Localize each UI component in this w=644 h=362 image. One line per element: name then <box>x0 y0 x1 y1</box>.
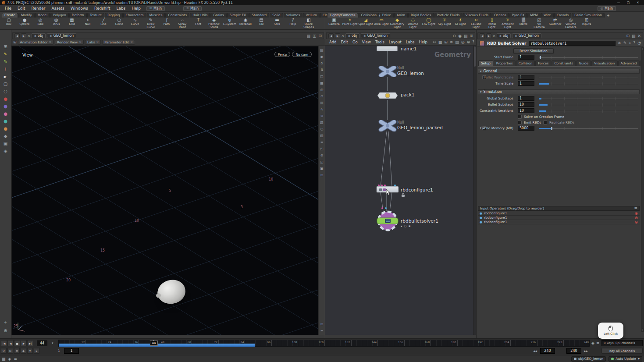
home-icon[interactable]: ⌂ <box>493 34 495 38</box>
playbar-icon[interactable]: ◈ <box>591 341 594 345</box>
shelf-tool[interactable]: ◢ Spot Light <box>358 18 374 30</box>
path-chip[interactable]: ◈GEO_lemon <box>361 33 390 38</box>
toolbar-icon[interactable]: ✎ <box>0 58 11 65</box>
pathbar-icon[interactable]: ▤ <box>306 34 310 38</box>
transport-button[interactable]: ▶ <box>21 340 27 346</box>
shelf-tool[interactable]: ≈ Caustic Light <box>468 18 484 30</box>
viewport-tool-icon[interactable]: ▤ <box>319 47 325 53</box>
viewport-tool-icon[interactable]: ▨ <box>319 133 325 138</box>
shelf-tool[interactable]: ▒ Matte <box>516 18 531 30</box>
playbar-menu-icon[interactable]: ▾ <box>52 341 53 345</box>
viewport-canvas[interactable]: 252015105510 View Persp No cam <box>11 46 318 335</box>
shelf-tab[interactable]: Solid <box>270 13 283 18</box>
shelf-tab[interactable]: Texture <box>87 13 104 18</box>
shelf-tab[interactable]: Grain Simulation <box>572 13 605 18</box>
shelf-tab[interactable]: Model <box>35 13 50 18</box>
shelf-tab[interactable]: Vellum <box>303 13 319 18</box>
close-tab-icon[interactable]: × <box>79 40 82 44</box>
shelf-tool[interactable]: ▭ Area Light <box>374 18 389 30</box>
shelf-tool[interactable]: ◆ Geometry Light <box>389 18 405 30</box>
close-tab-icon[interactable]: × <box>96 40 99 44</box>
shelf-tab[interactable]: Create <box>2 13 18 18</box>
node-geo-lemon[interactable] <box>378 66 397 77</box>
toolbar-icon[interactable]: + <box>0 65 11 72</box>
shelf-tool[interactable]: ▣ Camera <box>326 18 342 30</box>
node-input-pin[interactable] <box>378 185 380 186</box>
toolbar-icon[interactable]: ● <box>0 103 11 110</box>
node-input-pin[interactable] <box>394 185 396 186</box>
reset-simulation-button[interactable]: Reset Simulation <box>513 48 554 54</box>
range-end-field[interactable]: 240 <box>540 348 555 354</box>
toolbar-icon[interactable]: ● <box>0 95 11 102</box>
node-name1[interactable] <box>377 46 398 51</box>
playbar-option-icon[interactable]: ↺ <box>1 348 7 354</box>
shelf-tool[interactable]: ψ L-System <box>222 18 238 30</box>
toolbar-icon[interactable]: ● <box>0 110 11 117</box>
transport-button[interactable]: ◀ <box>7 340 14 346</box>
shelf-tab[interactable]: Anim <box>394 13 408 18</box>
shelf-tab[interactable]: Collisions <box>359 13 379 18</box>
shelf-tool[interactable]: ○ Circle <box>111 18 127 30</box>
shelf-tab[interactable]: Polygon <box>50 13 68 18</box>
range-left-arrows[interactable]: ◀◀ <box>533 349 537 352</box>
viewport-tool-icon[interactable]: ▣ <box>319 166 325 171</box>
shelf-tab[interactable]: Hair Utils <box>190 13 210 18</box>
viewport-tool-icon[interactable]: ▢ <box>319 74 325 79</box>
persp-view-button[interactable]: Persp <box>274 52 291 57</box>
current-frame-field[interactable]: 44 <box>37 341 47 346</box>
param-tab[interactable]: Advanced <box>618 60 640 66</box>
toolbar-icon[interactable]: ✎ <box>0 50 11 57</box>
viewport-tool-icon[interactable]: ∿ <box>319 106 325 112</box>
section-simulation[interactable]: ▾ Simulation <box>478 89 640 94</box>
viewport-tool-icon[interactable]: ◰ <box>319 146 325 152</box>
path-chip[interactable]: ◈obj <box>345 33 360 38</box>
emit-rbds-checkbox[interactable] <box>518 121 522 124</box>
param-header-icon[interactable]: ◔ <box>637 41 641 46</box>
param-header-icon[interactable]: ✎ <box>623 41 627 46</box>
current-node-path-chip[interactable]: obj/GEO_lemon <box>571 356 606 362</box>
shelf-tool[interactable]: ▤ Tile <box>253 18 269 30</box>
home-icon[interactable]: ⌂ <box>28 34 30 38</box>
network-menu-item[interactable]: Layout <box>387 40 404 44</box>
path-chip[interactable]: ◈obj <box>497 33 511 38</box>
home-icon[interactable]: ⌂ <box>342 34 344 38</box>
back-button[interactable]: ◀ <box>480 33 485 38</box>
transport-button[interactable]: ■ <box>14 340 20 346</box>
back-button[interactable]: ◀ <box>14 33 20 38</box>
network-scrollbar[interactable] <box>473 46 476 335</box>
shelf-tool[interactable]: ☼ Sky Light <box>437 18 452 30</box>
shelf-tool[interactable]: ◎ Tube <box>32 18 48 30</box>
replicate-rbds-checkbox[interactable] <box>543 121 547 124</box>
shelf-tool[interactable]: ☀ GI Light <box>452 18 468 30</box>
desktop-selector-right[interactable]: ◎ Main <box>598 6 616 11</box>
shelf-tool[interactable]: ◰ VR Camera <box>531 18 547 30</box>
toolbar-icon[interactable]: ▣ <box>0 140 11 147</box>
shelf-tool[interactable]: ☀ Point Light <box>342 18 358 30</box>
statusbar-icon[interactable]: ◈ <box>8 357 11 361</box>
network-toolbar-icon[interactable]: ▤ <box>455 40 459 44</box>
pane-tab[interactable]: Parameter Edit× <box>102 40 135 45</box>
pathbar-icon[interactable]: ⊙ <box>453 34 456 38</box>
network-toolbar-icon[interactable]: ◎ <box>461 40 465 44</box>
section-general[interactable]: ▾ General <box>478 69 640 74</box>
update-mode-selector[interactable]: Auto Update ▾ <box>608 356 642 362</box>
param-tab[interactable]: Guide <box>576 60 591 66</box>
node-input-pin[interactable] <box>384 185 386 186</box>
remove-operator-icon[interactable]: ⊗ <box>634 220 638 224</box>
shelf-tool[interactable]: ⊞ Inputs <box>579 18 594 30</box>
pathbar-icon[interactable]: ▤ <box>464 34 468 38</box>
maximize-button[interactable]: ▢ <box>624 1 632 4</box>
playbar-icon[interactable]: ≡ <box>596 341 600 345</box>
bullet-substeps-field[interactable]: 10 <box>518 102 534 107</box>
input-operator-row[interactable]: ● rbdconfigure1 ⊗ <box>478 220 640 224</box>
input-operator-row[interactable]: ● rbdconfigure1 ⊗ <box>478 216 640 220</box>
timeline-ruler[interactable]: 1224364860728496108120132144156168180192… <box>58 340 590 347</box>
viewport-tool-icon[interactable]: ◱ <box>319 159 325 165</box>
node-input-pin[interactable] <box>381 207 383 209</box>
shelf-tab[interactable]: Muscles <box>147 13 165 18</box>
network-toolbar-icon[interactable]: ? <box>472 40 474 44</box>
transport-button[interactable]: ▶| <box>27 340 33 346</box>
shelf-tool[interactable]: ● Sphere <box>17 18 32 30</box>
no-cam-button[interactable]: No cam <box>292 52 312 57</box>
param-header-icon[interactable]: ? <box>633 41 635 46</box>
